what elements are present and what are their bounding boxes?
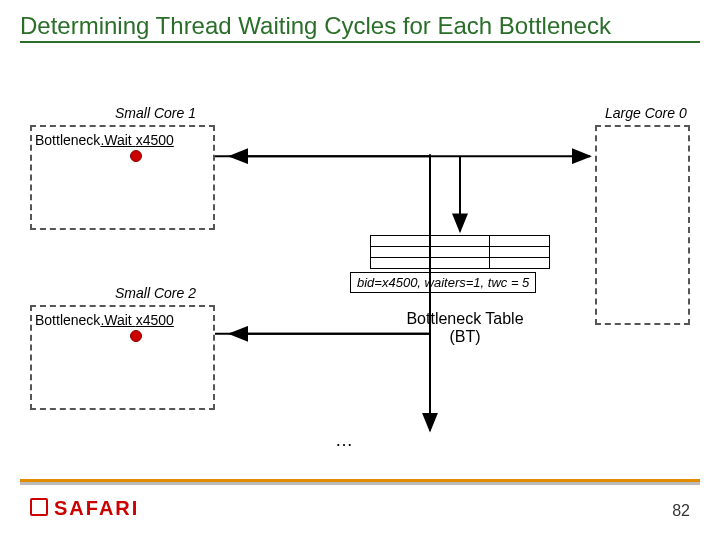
ellipsis: … — [335, 430, 353, 451]
slide-title: Determining Thread Waiting Cycles for Ea… — [0, 0, 720, 41]
diagram-stage: Small Core 1 Bottleneck.Wait x4500 Small… — [0, 95, 720, 470]
brand-icon — [30, 498, 48, 516]
page-number: 82 — [672, 502, 690, 520]
footer-rule — [20, 479, 700, 485]
brand-logo: SAFARI — [30, 497, 139, 520]
arrows-svg — [0, 95, 720, 470]
title-rule — [20, 41, 700, 43]
brand-text: SAFARI — [54, 497, 139, 519]
